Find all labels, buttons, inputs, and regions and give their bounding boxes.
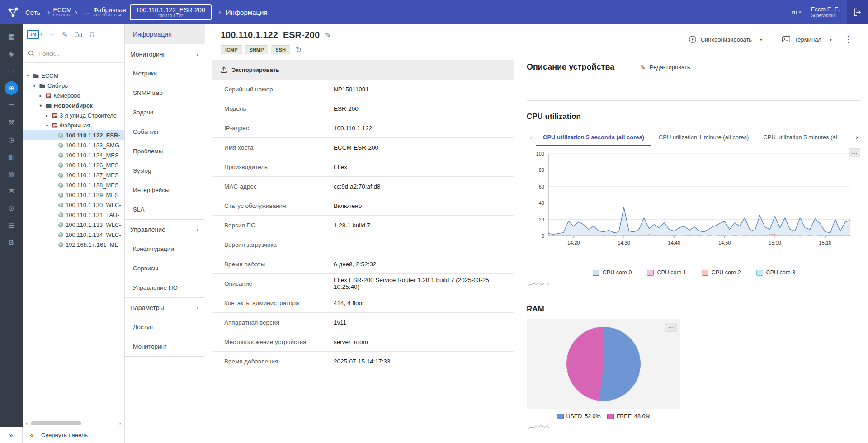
menu-item[interactable]: Информация	[125, 24, 205, 44]
tabs-scroll-right-icon[interactable]: ›	[852, 133, 861, 142]
menu-section-header[interactable]: Параметры▴	[125, 298, 205, 317]
breadcrumb-overflow-button[interactable]: ...	[84, 9, 90, 16]
tree-group-item[interactable]: ▾ECCM	[23, 71, 124, 80]
menu-item[interactable]: События	[125, 122, 205, 141]
cpu-legend-item[interactable]: CPU core 0	[593, 269, 632, 276]
delete-node-button[interactable]	[89, 31, 95, 38]
logout-button[interactable]	[847, 0, 868, 24]
menu-section-header[interactable]: Управление▴	[125, 220, 205, 239]
network-icon[interactable]: ⊕	[0, 80, 23, 97]
refresh-availability-icon[interactable]: ↻	[296, 46, 302, 54]
cpu-tab[interactable]: CPU utilization 5 seconds (all cores)	[536, 130, 651, 146]
expand-expander-icon[interactable]: ▸	[44, 113, 50, 118]
tree-device-item[interactable]: 100.110.1.134_WLC-	[23, 230, 124, 240]
tree-node-label: 100.110.1.130_WLC-	[66, 202, 121, 208]
tree-group-item[interactable]: ▾Сибирь	[23, 80, 124, 90]
tools-icon[interactable]: ⚒	[0, 114, 23, 131]
tasks-icon[interactable]: ▥	[0, 148, 23, 165]
menu-section-header[interactable]: Мониторинг▴	[125, 44, 205, 64]
devices-icon[interactable]: ▭	[0, 97, 23, 114]
breadcrumb-groups[interactable]: ЕССМ ГРУППЫ	[53, 7, 71, 18]
tree-device-item[interactable]: 100.110.1.122_ESR-	[23, 130, 124, 140]
poll-interval-selector[interactable]: 1m ▾	[27, 30, 42, 39]
eccm-logo-icon[interactable]	[5, 5, 21, 20]
menu-item[interactable]: Интерфейсы	[125, 180, 205, 200]
tree-device-item[interactable]: 100.110.1.123_SMG	[23, 140, 124, 150]
ram-legend-item[interactable]: USED52.0%	[557, 413, 601, 419]
menu-item[interactable]: Конфигурации	[125, 239, 205, 259]
expand-rail-button[interactable]: »	[0, 427, 23, 443]
tree-search-input[interactable]	[38, 50, 106, 57]
collapse-expander-icon[interactable]: ▾	[32, 83, 37, 88]
scroll-right-icon[interactable]: ▸	[117, 421, 124, 426]
cpu-chart-menu-button[interactable]: ⋯	[849, 148, 860, 157]
tree-device-item[interactable]: 100.110.1.129_MES	[23, 190, 124, 200]
tree-device-item[interactable]: 100.110.1.133_WLC-	[23, 220, 124, 230]
nav-network[interactable]: Сеть	[25, 9, 40, 16]
menu-item[interactable]: Управление ПО	[125, 278, 205, 297]
collapse-section-icon: ▴	[196, 306, 198, 310]
collapse-expander-icon[interactable]: ▾	[25, 73, 31, 78]
cpu-legend-item[interactable]: CPU core 2	[702, 269, 741, 276]
tree-group-item[interactable]: ▾Новосибирск	[23, 100, 124, 110]
tree-group-item[interactable]: ▸3-я улица Строителе	[23, 110, 124, 120]
collapse-expander-icon[interactable]: ▾	[38, 103, 43, 108]
language-selector[interactable]: ru ▾	[792, 9, 801, 16]
user-menu[interactable]: Eccm E. E. SuperAdmin	[811, 6, 840, 19]
ram-chart-menu-button[interactable]: ⋯	[665, 323, 677, 332]
archive-icon[interactable]: ☰	[0, 217, 23, 234]
tree-device-item[interactable]: 100.110.1.126_MES	[23, 160, 124, 170]
map-icon[interactable]: ▤	[0, 62, 23, 80]
menu-item[interactable]: SNMP trap	[125, 83, 205, 103]
collapse-panel-footer[interactable]: « Свернуть панель	[23, 427, 125, 443]
menu-item[interactable]: Syslog	[125, 161, 205, 180]
export-button[interactable]: Экспортировать	[221, 66, 279, 73]
scrollbar-thumb[interactable]	[31, 421, 81, 425]
tree-device-item[interactable]: 100.110.1.127_MES	[23, 170, 124, 180]
scroll-left-icon[interactable]: ◂	[23, 421, 30, 426]
tree-device-item[interactable]: 192.168.17.161_ME	[23, 240, 124, 250]
tabs-scroll-left-icon[interactable]: ‹	[527, 133, 536, 142]
cpu-legend-item[interactable]: CPU core 3	[756, 269, 796, 276]
cpu-tab[interactable]: CPU utilization 1 minute (all cores)	[651, 130, 756, 146]
ram-legend-item[interactable]: FREE48.0%	[607, 413, 651, 419]
tree-device-item[interactable]: 100.110.1.124_MES	[23, 150, 124, 160]
cpu-legend-item[interactable]: CPU core 1	[647, 269, 686, 276]
dashboard-icon[interactable]: ▦	[0, 28, 23, 45]
menu-item[interactable]: Проблемы	[125, 141, 205, 161]
breadcrumb-current-device-chip[interactable]: 100.110.1.122_ESR-200 100.110.1.122	[130, 4, 212, 20]
ram-range-navigator[interactable]	[528, 423, 549, 431]
menu-item[interactable]: Доступ	[125, 317, 205, 337]
add-node-button[interactable]: +	[50, 29, 55, 39]
edit-description-button[interactable]: ✎ Редактировать	[640, 63, 690, 71]
menu-item[interactable]: SLA	[125, 200, 205, 219]
tree-group-item[interactable]: ▾Фабричная	[23, 120, 124, 130]
cpu-tab[interactable]: CPU utilization 5 minutes (al	[756, 130, 844, 146]
tree-device-item[interactable]: 100.110.1.130_WLC-	[23, 200, 124, 210]
menu-item[interactable]: Мониторинг	[125, 337, 205, 356]
collapse-expander-icon[interactable]: ▾	[44, 123, 50, 128]
projects-icon[interactable]: ◈	[0, 45, 23, 62]
edit-node-button[interactable]: ✎	[62, 30, 68, 39]
calendar-icon[interactable]: ▧	[0, 165, 23, 183]
menu-item[interactable]: Метрики	[125, 64, 205, 83]
tree-horizontal-scrollbar[interactable]: ◂ ▸	[23, 420, 124, 427]
add-folder-button[interactable]	[75, 32, 82, 37]
tree-node-label: Сибирь	[47, 82, 68, 89]
tree-group-item[interactable]: ▸Кемерово	[23, 90, 124, 100]
expand-expander-icon[interactable]: ▸	[38, 93, 43, 98]
info-row: MAC-адресcc:9d:a2:70:af:d8	[212, 177, 514, 196]
breadcrumb-device-group[interactable]: Фабричная УСТРОЙСТВА	[93, 7, 126, 18]
notifications-icon[interactable]: ✉	[0, 183, 23, 200]
edit-device-name-icon[interactable]: ✎	[325, 31, 331, 39]
power-icon[interactable]: ⊙	[0, 200, 23, 217]
menu-item[interactable]: Сервисы	[125, 259, 205, 278]
settings-icon[interactable]: ⚙	[0, 234, 23, 251]
alarms-icon[interactable]: ◷	[0, 131, 23, 148]
search-icon	[28, 50, 34, 57]
tree-device-item[interactable]: 100.110.1.131_TAU-	[23, 210, 124, 220]
tree-device-item[interactable]: 100.110.1.128_MES	[23, 180, 124, 190]
cpu-range-navigator[interactable]	[528, 280, 549, 288]
scrollbar-track[interactable]	[30, 420, 117, 427]
menu-item[interactable]: Задачи	[125, 103, 205, 122]
